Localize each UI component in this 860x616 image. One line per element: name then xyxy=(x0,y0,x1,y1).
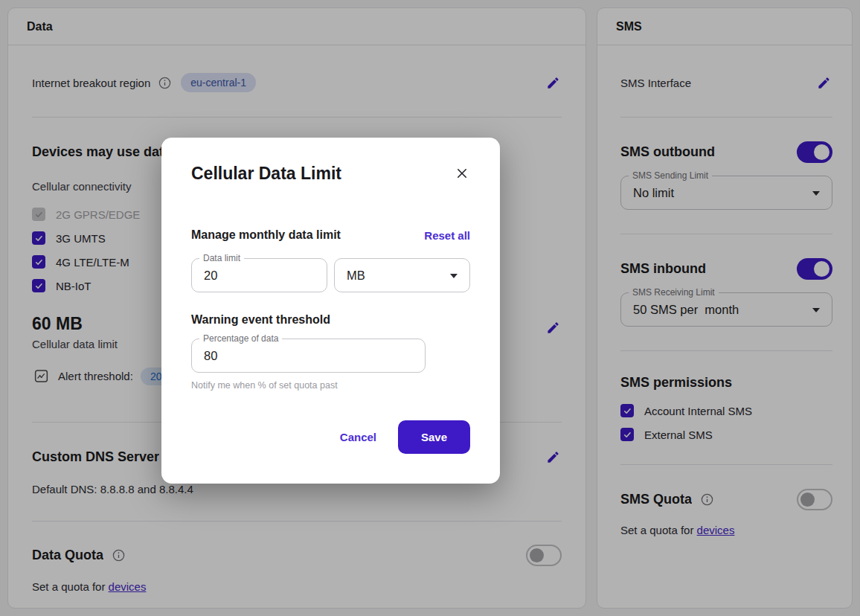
caret-down-icon xyxy=(450,274,458,278)
manage-limit-heading: Manage monthly data limit xyxy=(191,228,341,242)
data-limit-unit-select[interactable]: MB xyxy=(334,258,470,292)
save-button[interactable]: Save xyxy=(398,420,470,454)
warning-threshold-heading: Warning event threshold xyxy=(191,313,470,327)
threshold-helper-text: Notify me when % of set quota past xyxy=(191,380,470,391)
data-limit-field-label: Data limit xyxy=(199,253,244,263)
close-button[interactable] xyxy=(454,165,470,182)
close-icon xyxy=(455,167,469,180)
data-limit-input[interactable] xyxy=(204,269,315,283)
manage-limit-row: Manage monthly data limit Reset all xyxy=(191,228,470,242)
cellular-data-limit-modal: Cellular Data Limit Manage monthly data … xyxy=(161,138,500,484)
modal-actions-row: Cancel Save xyxy=(191,420,470,454)
percentage-field: Percentage of data xyxy=(191,339,426,373)
data-limit-unit-value: MB xyxy=(347,269,365,283)
modal-title-row: Cellular Data Limit xyxy=(191,160,470,187)
percentage-field-label: Percentage of data xyxy=(199,333,282,344)
modal-title: Cellular Data Limit xyxy=(191,164,341,184)
data-limit-field: Data limit xyxy=(191,258,327,292)
cancel-button[interactable]: Cancel xyxy=(321,420,395,454)
data-limit-fields-row: Data limit MB xyxy=(191,258,470,292)
reset-all-button[interactable]: Reset all xyxy=(424,229,470,242)
percentage-input[interactable] xyxy=(204,349,413,363)
